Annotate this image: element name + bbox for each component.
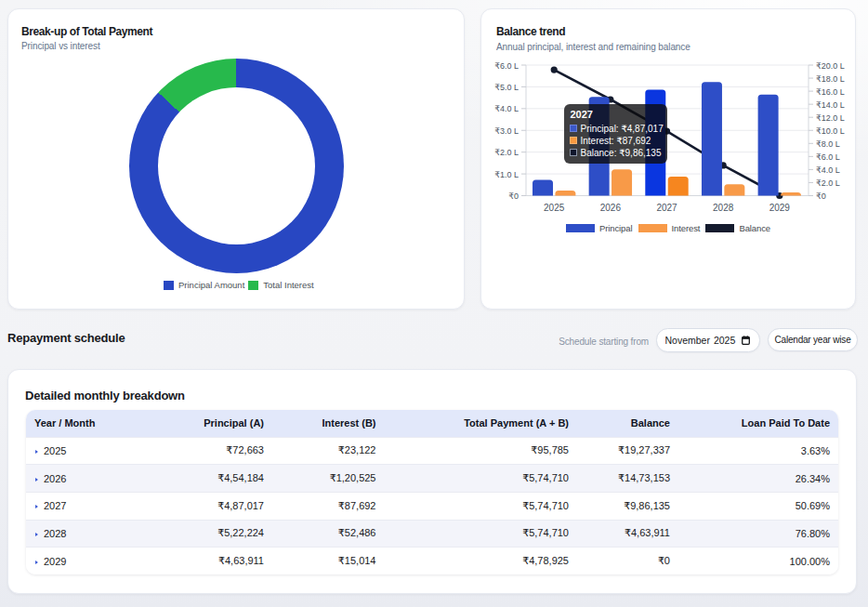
svg-text:2028: 2028	[713, 203, 734, 213]
svg-text:₹18.0 L: ₹18.0 L	[816, 74, 845, 84]
svg-text:₹1.0 L: ₹1.0 L	[494, 170, 519, 179]
svg-text:₹2.0 L: ₹2.0 L	[816, 178, 840, 188]
svg-text:2027: 2027	[656, 203, 677, 213]
svg-text:₹4.0 L: ₹4.0 L	[494, 104, 519, 113]
svg-text:₹10.0 L: ₹10.0 L	[816, 126, 845, 136]
svg-text:₹20.0 L: ₹20.0 L	[816, 61, 845, 71]
svg-text:₹16.0 L: ₹16.0 L	[816, 87, 845, 97]
svg-text:₹6.0 L: ₹6.0 L	[494, 61, 519, 71]
svg-text:₹2.0 L: ₹2.0 L	[494, 148, 519, 157]
svg-text:₹12.0 L: ₹12.0 L	[816, 113, 845, 123]
svg-text:₹5.0 L: ₹5.0 L	[494, 83, 519, 92]
svg-text:₹0: ₹0	[816, 191, 826, 201]
svg-text:₹14.0 L: ₹14.0 L	[816, 100, 845, 110]
svg-text:₹4.0 L: ₹4.0 L	[816, 165, 840, 175]
svg-text:₹3.0 L: ₹3.0 L	[494, 126, 519, 136]
svg-text:₹0: ₹0	[508, 191, 519, 201]
svg-text:₹6.0 L: ₹6.0 L	[816, 152, 840, 162]
svg-text:2029: 2029	[769, 203, 791, 213]
svg-text:₹8.0 L: ₹8.0 L	[816, 139, 840, 149]
svg-text:2026: 2026	[600, 203, 622, 213]
svg-text:2025: 2025	[544, 203, 565, 213]
